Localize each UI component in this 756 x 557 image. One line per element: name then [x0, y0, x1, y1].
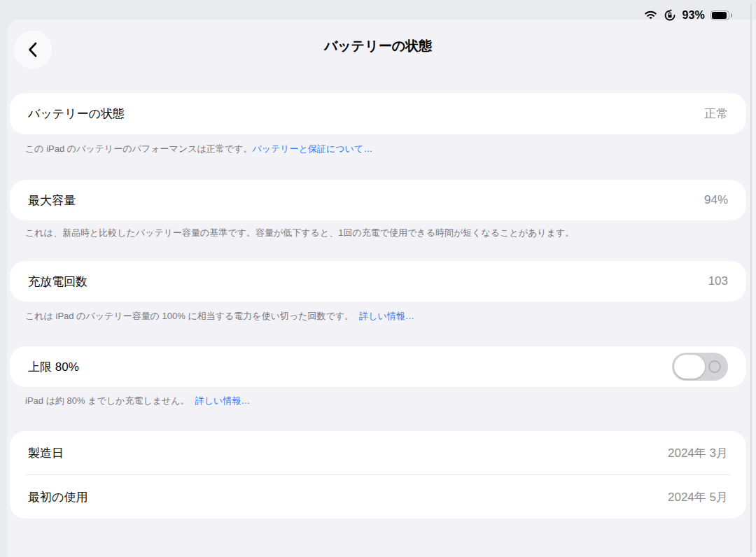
max-capacity-footnote-text: これは、新品時と比較したバッテリー容量の基準です。容量が低下すると、1回の充電で… [25, 227, 574, 238]
charge-limit-label: 上限 80% [28, 359, 79, 375]
battery-health-footnote: この iPad のバッテリーのパフォーマンスは正常です。バッテリーと保証について… [25, 143, 728, 155]
battery-health-footnote-text: この iPad のバッテリーのパフォーマンスは正常です。 [25, 143, 252, 154]
dates-card: 製造日 2024年 3月 最初の使用 2024年 5月 [10, 431, 746, 519]
charge-limit-learn-more-link[interactable]: 詳しい情報… [195, 395, 251, 406]
manufacture-date-value: 2024年 3月 [668, 445, 728, 461]
battery-fill [712, 12, 727, 19]
toggle-off-ring-icon [708, 360, 721, 373]
cycle-count-row: 充放電回数 103 [10, 261, 746, 302]
cycle-count-footnote: これは iPad のバッテリー容量の 100% に相当する電力を使い切った回数で… [25, 311, 728, 322]
max-capacity-footnote: これは、新品時と比較したバッテリー容量の基準です。容量が低下すると、1回の充電で… [25, 227, 728, 239]
max-capacity-card: 最大容量 94% [10, 180, 746, 220]
first-use-date-label: 最初の使用 [28, 489, 88, 505]
cycle-count-learn-more-link[interactable]: 詳しい情報… [359, 311, 414, 321]
charge-limit-footnote: iPad は約 80% までしか充電しません。詳しい情報… [25, 395, 728, 407]
wifi-icon [643, 10, 658, 21]
cycle-count-label: 充放電回数 [28, 274, 88, 290]
battery-nub [731, 13, 733, 17]
manufacture-date-row: 製造日 2024年 3月 [10, 431, 746, 474]
battery-icon [710, 10, 729, 20]
battery-percent-label: 93% [682, 9, 705, 22]
battery-health-label: バッテリーの状態 [28, 106, 125, 122]
max-capacity-label: 最大容量 [28, 192, 76, 209]
scrollbar[interactable] [750, 4, 752, 553]
manufacture-date-label: 製造日 [28, 445, 64, 461]
max-capacity-row: 最大容量 94% [10, 180, 746, 220]
toggle-knob [674, 355, 705, 379]
cycle-count-value: 103 [708, 274, 728, 288]
first-use-date-value: 2024年 5月 [668, 489, 728, 505]
cycle-count-footnote-text: これは iPad のバッテリー容量の 100% に相当する電力を使い切った回数で… [25, 311, 354, 321]
status-bar: 93% [643, 7, 729, 24]
charge-limit-toggle[interactable] [672, 353, 728, 381]
battery-warranty-link[interactable]: バッテリーと保証について… [252, 143, 372, 154]
battery-health-value: 正常 [704, 106, 728, 122]
charge-limit-card: 上限 80% [10, 346, 746, 387]
cycle-count-card: 充放電回数 103 [10, 261, 746, 302]
rotation-lock-icon [664, 9, 676, 22]
page-title: バッテリーの状態 [0, 37, 756, 55]
battery-health-row: バッテリーの状態 正常 [10, 93, 746, 134]
charge-limit-footnote-text: iPad は約 80% までしか充電しません。 [25, 395, 190, 406]
first-use-date-row: 最初の使用 2024年 5月 [10, 475, 746, 519]
max-capacity-value: 94% [704, 193, 728, 207]
battery-health-card: バッテリーの状態 正常 [10, 93, 746, 134]
charge-limit-row: 上限 80% [10, 346, 746, 387]
